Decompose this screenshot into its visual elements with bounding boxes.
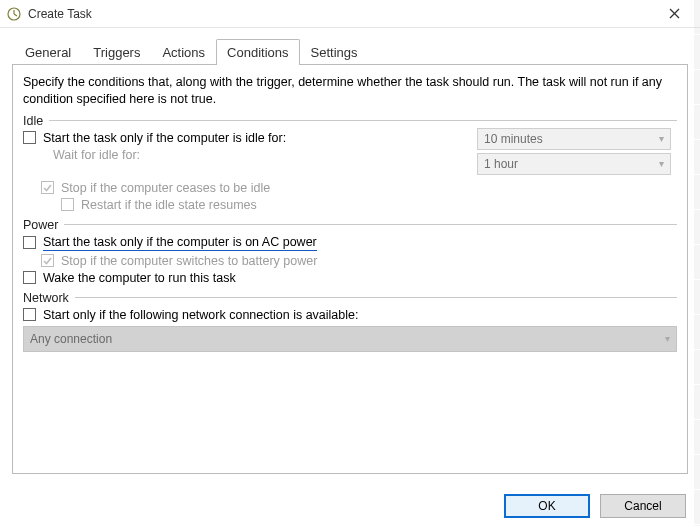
group-head-network: Network [23, 291, 677, 305]
divider [49, 120, 677, 121]
chevron-down-icon: ▾ [659, 133, 664, 144]
divider [75, 297, 677, 298]
checkbox-restart-if-idle-resumes [61, 198, 74, 211]
tab-conditions[interactable]: Conditions [216, 39, 299, 65]
label-wake-to-run: Wake the computer to run this task [43, 271, 236, 285]
label-start-if-idle: Start the task only if the computer is i… [43, 131, 286, 145]
close-icon [669, 8, 680, 19]
svg-line-2 [14, 14, 17, 16]
ok-button[interactable]: OK [504, 494, 590, 518]
tab-triggers[interactable]: Triggers [82, 39, 151, 65]
label-start-if-network: Start only if the following network conn… [43, 308, 358, 322]
label-wait-for-idle: Wait for idle for: [53, 148, 140, 162]
checkbox-wake-to-run[interactable] [23, 271, 36, 284]
label-restart-if-idle-resumes: Restart if the idle state resumes [81, 198, 257, 212]
checkbox-start-if-idle[interactable] [23, 131, 36, 144]
group-label-power: Power [23, 218, 58, 232]
tab-page-conditions: Specify the conditions that, along with … [12, 64, 688, 474]
tab-settings[interactable]: Settings [300, 39, 369, 65]
task-scheduler-icon [6, 6, 22, 22]
tabstrip: General Triggers Actions Conditions Sett… [12, 38, 688, 64]
close-button[interactable] [654, 2, 694, 26]
group-label-idle: Idle [23, 114, 43, 128]
checkbox-start-if-network[interactable] [23, 308, 36, 321]
window-title: Create Task [28, 7, 654, 21]
chevron-down-icon: ▾ [665, 333, 670, 344]
checkbox-start-if-ac-power[interactable] [23, 236, 36, 249]
group-head-idle: Idle [23, 114, 677, 128]
combo-network-connection-value: Any connection [30, 332, 112, 346]
tab-actions[interactable]: Actions [151, 39, 216, 65]
label-stop-if-ceases-idle: Stop if the computer ceases to be idle [61, 181, 270, 195]
cancel-button[interactable]: Cancel [600, 494, 686, 518]
group-label-network: Network [23, 291, 69, 305]
combo-wait-duration: 1 hour ▾ [477, 153, 671, 175]
label-stop-if-battery: Stop if the computer switches to battery… [61, 254, 317, 268]
dialog-buttons: OK Cancel [504, 494, 686, 518]
group-head-power: Power [23, 218, 677, 232]
checkbox-stop-if-ceases-idle [41, 181, 54, 194]
tab-general[interactable]: General [14, 39, 82, 65]
client-area: General Triggers Actions Conditions Sett… [0, 28, 700, 474]
combo-idle-duration-value: 10 minutes [484, 132, 543, 146]
combo-network-connection: Any connection ▾ [23, 326, 677, 352]
checkbox-stop-if-battery [41, 254, 54, 267]
combo-wait-duration-value: 1 hour [484, 157, 518, 171]
conditions-description: Specify the conditions that, along with … [23, 74, 677, 108]
label-start-if-ac-power: Start the task only if the computer is o… [43, 235, 317, 251]
chevron-down-icon: ▾ [659, 158, 664, 169]
divider [64, 224, 677, 225]
combo-idle-duration: 10 minutes ▾ [477, 128, 671, 150]
check-icon [42, 182, 53, 193]
check-icon [42, 255, 53, 266]
titlebar: Create Task [0, 0, 700, 28]
